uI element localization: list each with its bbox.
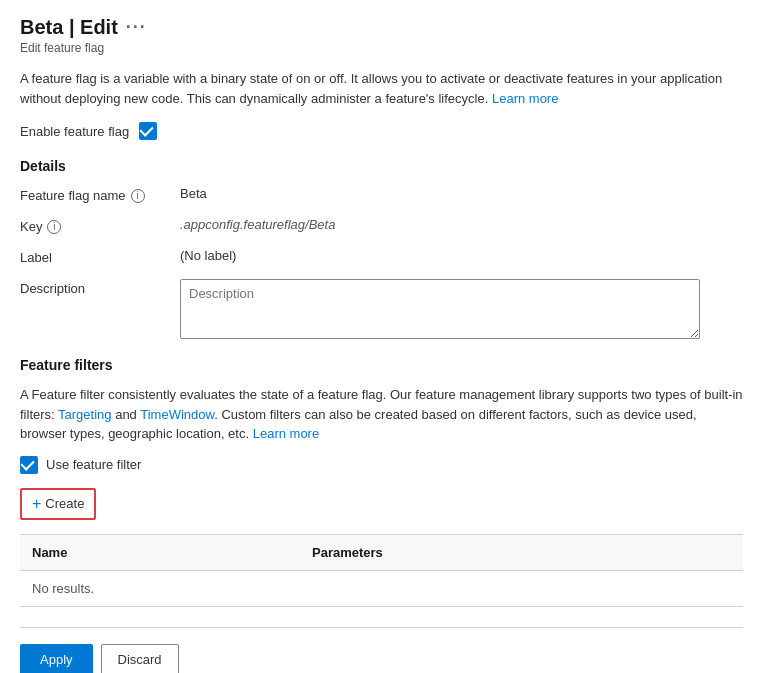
no-results-text: No results.	[32, 581, 94, 596]
plus-icon: +	[32, 495, 41, 513]
table-col-actions	[683, 541, 743, 564]
create-button-label: Create	[45, 496, 84, 511]
key-row: Key i .appconfig.featureflag/Beta	[20, 217, 743, 234]
feature-flag-name-label: Feature flag name i	[20, 186, 180, 203]
targeting-text: Targeting	[58, 407, 111, 422]
label-value: (No label)	[180, 248, 236, 263]
enable-feature-flag-row: Enable feature flag	[20, 122, 743, 140]
table-body: No results.	[20, 571, 743, 606]
description-label: Description	[20, 279, 180, 296]
label-row: Label (No label)	[20, 248, 743, 265]
feature-filters-title: Feature filters	[20, 357, 743, 373]
use-feature-filter-label: Use feature filter	[46, 457, 141, 472]
key-label: Key i	[20, 217, 180, 234]
table-col-name: Name	[20, 541, 300, 564]
use-feature-filter-row: Use feature filter	[20, 456, 743, 474]
create-button[interactable]: + Create	[20, 488, 96, 520]
footer-buttons: Apply Discard	[20, 640, 743, 674]
label-label: Label	[20, 248, 180, 265]
enable-feature-flag-checkbox[interactable]	[139, 122, 157, 140]
page-title: Beta | Edit ···	[20, 16, 743, 39]
discard-button[interactable]: Discard	[101, 644, 179, 674]
feature-flag-name-info-icon[interactable]: i	[131, 189, 145, 203]
description-textarea[interactable]	[180, 279, 700, 339]
page-subtitle: Edit feature flag	[20, 41, 743, 55]
feature-flag-name-value: Beta	[180, 186, 207, 201]
table-col-parameters: Parameters	[300, 541, 683, 564]
key-info-icon[interactable]: i	[47, 220, 61, 234]
key-value: .appconfig.featureflag/Beta	[180, 217, 335, 232]
details-section: Details Feature flag name i Beta Key i .…	[20, 158, 743, 339]
title-text: Beta | Edit	[20, 16, 118, 39]
description-row: Description	[20, 279, 743, 339]
use-feature-filter-checkbox[interactable]	[20, 456, 38, 474]
filters-table: Name Parameters No results.	[20, 534, 743, 607]
footer-divider	[20, 627, 743, 628]
enable-feature-flag-label: Enable feature flag	[20, 124, 129, 139]
feature-flag-name-row: Feature flag name i Beta	[20, 186, 743, 203]
timewindow-text: TimeWindow	[140, 407, 214, 422]
intro-description: A feature flag is a variable with a bina…	[20, 69, 743, 108]
table-header: Name Parameters	[20, 535, 743, 571]
filters-description: A Feature filter consistently evaluates …	[20, 385, 743, 444]
filters-learn-more-link[interactable]: Learn more	[253, 426, 319, 441]
intro-learn-more-link[interactable]: Learn more	[492, 91, 558, 106]
details-section-title: Details	[20, 158, 743, 174]
feature-filters-section: Feature filters A Feature filter consist…	[20, 357, 743, 607]
apply-button[interactable]: Apply	[20, 644, 93, 674]
ellipsis-menu[interactable]: ···	[126, 17, 147, 38]
